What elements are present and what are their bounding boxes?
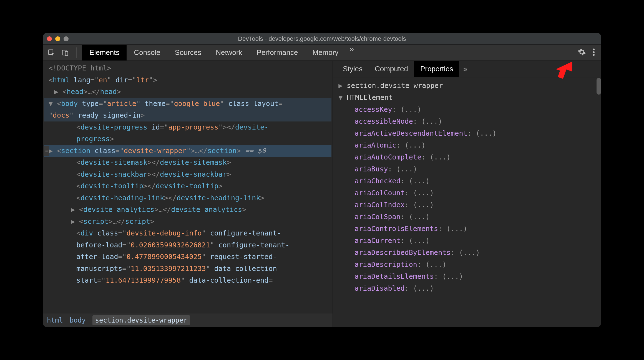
prop-row[interactable]: accessibleNode: (...) [334, 115, 600, 127]
elements-panel: <!DOCTYPE html> <html lang="en" dir="ltr… [43, 61, 333, 327]
dom-debug-div[interactable]: <div class="devsite-debug-info" configur… [43, 227, 333, 287]
close-window-button[interactable] [47, 36, 52, 41]
device-toggle-icon[interactable] [61, 48, 70, 57]
panel-tabs: Elements Console Sources Network Perform… [82, 45, 358, 60]
prop-row[interactable]: ariaDescribedByElements: (...) [334, 247, 600, 258]
traffic-lights [47, 36, 69, 41]
prop-row[interactable]: ariaBusy: (...) [334, 163, 600, 175]
prop-row[interactable]: ariaDetailsElements: (...) [334, 270, 600, 282]
prop-row[interactable]: ariaCurrent: (...) [334, 235, 600, 247]
rtab-properties[interactable]: Properties [414, 61, 459, 77]
tab-performance[interactable]: Performance [250, 45, 305, 60]
sidebar-panel: Styles Computed Properties » ▶ section.d… [333, 61, 601, 327]
scrollbar[interactable] [597, 78, 601, 95]
dom-tooltip[interactable]: <devsite-tooltip></devsite-tooltip> [43, 180, 333, 192]
dom-body[interactable]: ▼ <body type="article" theme="google-blu… [44, 98, 331, 121]
dom-tree[interactable]: <!DOCTYPE html> <html lang="en" dir="ltr… [43, 61, 333, 313]
prop-row[interactable]: ariaColIndex: (...) [334, 199, 600, 211]
rtab-styles[interactable]: Styles [337, 61, 369, 77]
dom-sitemask[interactable]: <devsite-sitemask></devsite-sitemask> [43, 157, 333, 169]
main-toolbar: Elements Console Sources Network Perform… [43, 45, 601, 61]
inspect-element-icon[interactable] [47, 48, 56, 57]
window-title: DevTools - developers.google.com/web/too… [43, 35, 601, 42]
dom-analytics[interactable]: ▶ <devsite-analytics>…</devsite-analytic… [43, 204, 333, 216]
tab-network[interactable]: Network [208, 45, 249, 60]
titlebar: DevTools - developers.google.com/web/too… [43, 33, 601, 45]
prop-row[interactable]: ariaColCount: (...) [334, 187, 600, 199]
properties-list[interactable]: ▶ section.devsite-wrapper ▼ HTMLElement … [333, 77, 601, 327]
divider [76, 47, 77, 58]
prop-row[interactable]: ariaControlsElements: (...) [334, 223, 600, 235]
prop-row[interactable]: ariaColSpan: (...) [334, 211, 600, 223]
prop-section-header[interactable]: ▶ section.devsite-wrapper [334, 80, 600, 92]
dom-html-open[interactable]: <html lang="en" dir="ltr"> [43, 74, 333, 86]
ellipsis-icon[interactable]: ⋯ [44, 146, 49, 156]
dom-head[interactable]: ▶ <head>…</head> [43, 86, 333, 98]
prop-row[interactable]: ariaAutoComplete: (...) [334, 151, 600, 163]
dom-section-selected[interactable]: ⋯▶ <section class="devsite-wrapper">…</s… [44, 145, 331, 157]
svg-point-3 [593, 48, 595, 50]
prop-row[interactable]: ariaDescription: (...) [334, 258, 600, 270]
prop-row[interactable]: ariaDisabled: (...) [334, 282, 600, 294]
more-tabs-icon[interactable]: » [346, 45, 358, 60]
prop-row[interactable]: ariaChecked: (...) [334, 175, 600, 187]
prop-row[interactable]: accessKey: (...) [334, 103, 600, 115]
tab-elements[interactable]: Elements [82, 45, 127, 60]
sidebar-tabs: Styles Computed Properties » [333, 61, 601, 77]
svg-point-4 [593, 51, 595, 53]
minimize-window-button[interactable] [55, 36, 60, 41]
tab-sources[interactable]: Sources [168, 45, 208, 60]
tab-console[interactable]: Console [127, 45, 167, 60]
dom-doctype[interactable]: <!DOCTYPE html> [43, 62, 333, 74]
devtools-window: DevTools - developers.google.com/web/too… [43, 33, 601, 327]
svg-point-5 [593, 54, 595, 55]
rtab-computed[interactable]: Computed [369, 61, 414, 77]
maximize-window-button[interactable] [64, 36, 69, 41]
prop-row[interactable]: ariaAtomic: (...) [334, 139, 600, 151]
kebab-menu-icon[interactable] [593, 48, 595, 57]
crumb-html[interactable]: html [47, 316, 63, 324]
dom-snackbar[interactable]: <devsite-snackbar></devsite-snackbar> [43, 169, 333, 181]
content-area: <!DOCTYPE html> <html lang="en" dir="ltr… [43, 61, 601, 327]
dom-progress[interactable]: <devsite-progress id="app-progress"></de… [43, 121, 333, 145]
dom-heading-link[interactable]: <devsite-heading-link></devsite-heading-… [43, 192, 333, 204]
settings-icon[interactable] [578, 48, 586, 57]
svg-rect-2 [65, 51, 68, 55]
prop-proto[interactable]: ▼ HTMLElement [334, 92, 600, 103]
prop-row[interactable]: ariaActiveDescendantElement: (...) [334, 127, 600, 139]
breadcrumb-bar: html body section.devsite-wrapper [43, 313, 333, 327]
crumb-body[interactable]: body [70, 316, 86, 324]
crumb-section[interactable]: section.devsite-wrapper [92, 315, 190, 325]
more-sidebar-tabs-icon[interactable]: » [459, 65, 471, 73]
dom-script[interactable]: ▶ <script>…</script> [43, 216, 333, 228]
tab-memory[interactable]: Memory [305, 45, 346, 60]
